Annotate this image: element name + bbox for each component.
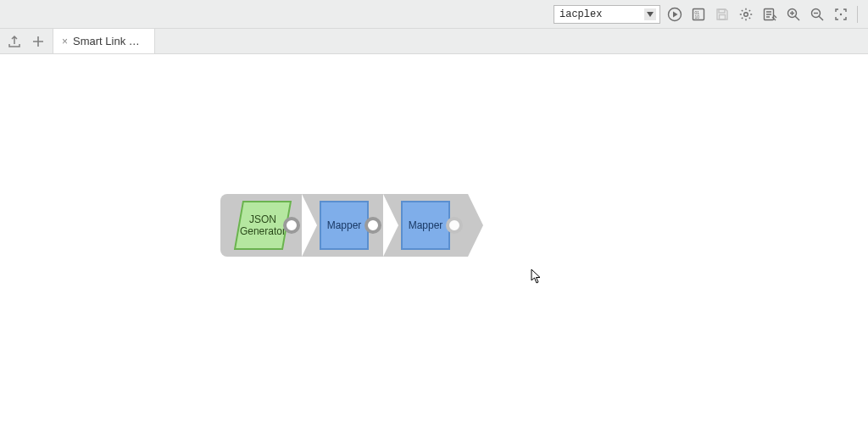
dropdown-arrow-icon [644,8,656,20]
tab-actions [0,29,53,53]
svg-point-10 [840,13,842,14]
export-icon[interactable] [5,32,24,51]
pipeline: JSON Generator Mapper Mapper [220,194,465,257]
top-toolbar: iacplex 0110 [0,0,868,29]
snap-label: Mapper [327,219,362,231]
fit-screen-icon[interactable] [832,5,850,24]
snap-label: Mapper [409,219,443,231]
properties-icon[interactable] [760,5,779,24]
svg-point-6 [744,12,748,16]
close-tab-icon[interactable]: × [62,36,68,47]
runtime-dropdown-value: iacplex [559,8,602,20]
connector[interactable] [283,217,300,234]
tab-bar: × Smart Link D… [0,29,868,54]
svg-text:10: 10 [695,14,700,19]
snap-mapper[interactable]: Mapper [401,201,450,250]
svg-rect-5 [720,14,726,19]
connector[interactable] [364,217,381,234]
pipeline-canvas[interactable]: JSON Generator Mapper Mapper [0,54,868,432]
gear-icon[interactable] [737,5,755,24]
tab-label: Smart Link D… [73,35,146,47]
svg-rect-4 [719,9,725,13]
runtime-dropdown[interactable]: iacplex [554,5,660,24]
zoom-out-icon[interactable] [808,5,826,24]
tab-smart-link[interactable]: × Smart Link D… [53,29,155,53]
toolbar-separator [857,6,858,23]
binary-icon[interactable]: 0110 [689,5,708,24]
run-icon[interactable] [665,5,684,24]
save-icon [713,5,732,24]
snap-mapper[interactable]: Mapper [320,201,369,250]
cursor-icon [531,269,542,284]
connector-open[interactable] [446,217,463,234]
add-icon[interactable] [29,32,47,51]
snap-label: JSON Generator [240,213,286,238]
zoom-in-icon[interactable] [784,5,803,24]
